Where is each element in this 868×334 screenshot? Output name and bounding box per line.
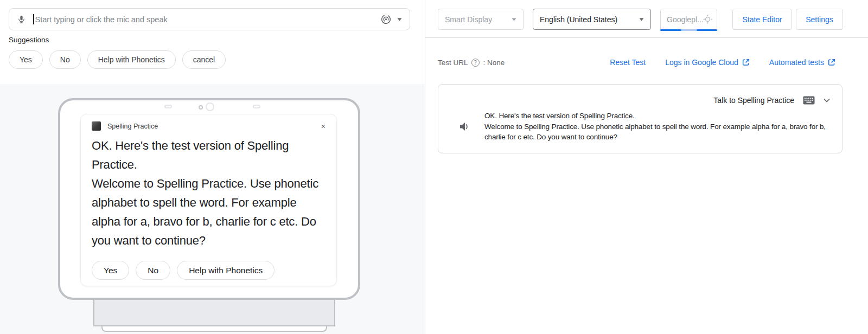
suggestion-chips: Yes No Help with Phonetics cancel xyxy=(9,50,226,69)
state-editor-button[interactable]: State Editor xyxy=(732,9,792,30)
surface-select-value: Smart Display xyxy=(445,15,492,24)
suggestions-label: Suggestions xyxy=(9,36,49,44)
location-loading-underline xyxy=(660,29,717,31)
external-link-icon xyxy=(828,59,835,66)
talk-to-prompt: Talk to Spelling Practice xyxy=(713,96,794,105)
chevron-down-icon xyxy=(512,18,516,21)
simulator-toolbar: Smart Display English (United States) Go… xyxy=(425,0,868,38)
spelling-practice-app-icon xyxy=(92,121,101,131)
smart-display-mockup: Spelling Practice × OK. Here's the test … xyxy=(58,98,360,300)
test-url-value: : None xyxy=(483,59,505,67)
microphone-icon[interactable] xyxy=(17,13,26,25)
test-settings-panel: Smart Display English (United States) Go… xyxy=(425,0,868,334)
test-url-label: Test URL xyxy=(438,59,468,67)
logs-google-cloud-label: Logs in Google Cloud xyxy=(665,58,738,67)
device-screen-text: OK. Here's the test version of Spelling … xyxy=(81,133,336,248)
location-target-icon[interactable] xyxy=(703,15,712,24)
device-base-speaker xyxy=(93,299,335,326)
suggestion-chip-no[interactable]: No xyxy=(49,50,81,69)
conversation-card: Talk to Spelling Practice xyxy=(438,84,843,153)
device-chips: Yes No Help with Phonetics xyxy=(92,261,275,280)
external-link-icon xyxy=(742,59,750,66)
suggestion-chip-yes[interactable]: Yes xyxy=(9,50,43,69)
location-input[interactable]: Googlepl... xyxy=(660,9,717,30)
device-sensor-pill xyxy=(253,105,260,108)
device-screen-paragraph: OK. Here's the test version of Spelling … xyxy=(92,136,326,174)
speaker-icon[interactable] xyxy=(459,122,470,131)
audio-output-icon[interactable] xyxy=(380,14,392,25)
device-sensor-pill xyxy=(164,105,172,108)
settings-button[interactable]: Settings xyxy=(796,9,843,30)
logs-google-cloud-link[interactable]: Logs in Google Cloud xyxy=(665,58,750,67)
query-bar[interactable] xyxy=(9,8,410,30)
reset-test-link[interactable]: Reset Test xyxy=(610,58,646,67)
assistant-message: OK. Here's the test version of Spelling … xyxy=(459,111,829,143)
suggestion-chip-cancel[interactable]: cancel xyxy=(182,50,226,69)
device-app-name: Spelling Practice xyxy=(107,123,158,130)
test-url-bar: Test URL ? : None Reset Test Logs in Goo… xyxy=(438,55,835,69)
suggestion-chip-help-with-phonetics[interactable]: Help with Phonetics xyxy=(87,50,176,69)
device-chip-help-with-phonetics[interactable]: Help with Phonetics xyxy=(177,261,275,280)
device-screen-paragraph: Welcome to Spelling Practice. Use phonet… xyxy=(92,174,326,248)
chevron-down-icon[interactable] xyxy=(397,18,402,21)
conversation-header: Talk to Spelling Practice xyxy=(713,96,830,105)
location-placeholder: Googlepl... xyxy=(667,15,703,24)
reset-test-label: Reset Test xyxy=(610,58,646,67)
keyboard-icon[interactable] xyxy=(803,96,815,105)
device-response-card: Spelling Practice × OK. Here's the test … xyxy=(80,114,337,286)
chevron-down-icon xyxy=(639,18,644,21)
query-input[interactable] xyxy=(35,15,376,24)
audio-output-dropdown[interactable] xyxy=(380,14,402,25)
automated-tests-link[interactable]: Automated tests xyxy=(769,58,835,67)
device-sensor-dot xyxy=(199,105,203,110)
help-icon[interactable]: ? xyxy=(471,59,480,67)
device-card-header: Spelling Practice × xyxy=(81,114,336,133)
device-camera-circle xyxy=(206,102,214,111)
surface-select[interactable]: Smart Display xyxy=(438,9,524,30)
device-chip-yes[interactable]: Yes xyxy=(92,261,129,280)
input-and-device-panel: Suggestions Yes No Help with Phonetics c… xyxy=(0,0,425,334)
language-select-value: English (United States) xyxy=(540,15,617,24)
close-icon[interactable]: × xyxy=(321,123,326,130)
assistant-message-text: OK. Here's the test version of Spelling … xyxy=(484,111,829,143)
assistant-message-line: Welcome to Spelling Practice. Use phonet… xyxy=(484,121,829,143)
assistant-message-line: OK. Here's the test version of Spelling … xyxy=(484,111,829,121)
chevron-down-icon[interactable] xyxy=(824,98,830,102)
language-select[interactable]: English (United States) xyxy=(533,9,651,30)
test-links: Reset Test Logs in Google Cloud Automate… xyxy=(610,58,835,67)
text-cursor xyxy=(33,14,34,24)
device-chip-no[interactable]: No xyxy=(136,261,170,280)
simulator-page: Suggestions Yes No Help with Phonetics c… xyxy=(0,0,868,334)
automated-tests-label: Automated tests xyxy=(769,58,824,67)
